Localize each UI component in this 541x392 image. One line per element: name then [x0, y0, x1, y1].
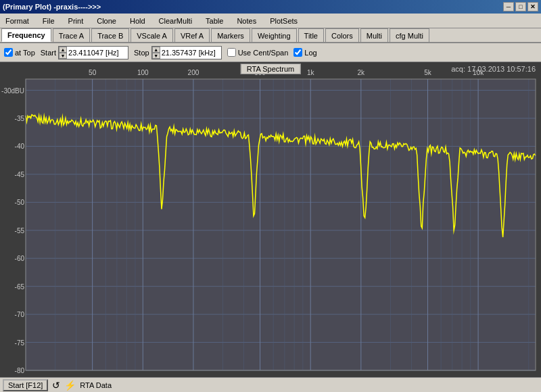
maximize-button[interactable]: □ — [515, 2, 526, 11]
status-icon-1: ↺ — [52, 380, 60, 391]
app-label: RTA Data — [80, 381, 112, 389]
stop-value-input[interactable] — [160, 47, 221, 59]
tab-title[interactable]: Title — [298, 28, 324, 42]
close-button[interactable]: ✕ — [527, 2, 538, 11]
chart-acq: acq: 17.03.2013 10:57:16 — [451, 65, 536, 73]
log-label: Log — [304, 49, 316, 57]
log-group: Log — [293, 48, 316, 57]
tab-cfg-multi[interactable]: cfg Multi — [390, 28, 429, 42]
menu-file[interactable]: File — [40, 16, 57, 26]
use-cent-span-group: Use Cent/Span — [227, 48, 289, 57]
stop-spinners: ▲ ▼ — [152, 47, 160, 59]
use-cent-span-checkbox[interactable] — [227, 48, 236, 57]
status-icon-2: ⚡ — [64, 380, 76, 391]
menu-notes[interactable]: Notes — [234, 16, 259, 26]
window-title: (Primary Plot) -praxis---->>> — [3, 3, 101, 11]
start-group: Start ▲ ▼ — [41, 46, 128, 59]
spectrum-chart — [0, 62, 541, 377]
start-f12-button[interactable]: Start [F12] — [3, 379, 48, 391]
menu-print[interactable]: Print — [66, 16, 87, 26]
tab-colors[interactable]: Colors — [325, 28, 359, 42]
minimize-button[interactable]: ─ — [503, 2, 514, 11]
stop-spin-up[interactable]: ▲ — [152, 47, 160, 53]
controls-bar: at Top Start ▲ ▼ Stop ▲ ▼ Use Cent/Span … — [0, 43, 541, 62]
menu-plotsets[interactable]: PlotSets — [267, 16, 300, 26]
at-top-checkbox[interactable] — [4, 48, 13, 57]
start-label: Start — [41, 49, 56, 57]
title-bar: (Primary Plot) -praxis---->>> ─ □ ✕ — [0, 0, 541, 14]
menu-bar: Format File Print Clone Hold ClearMulti … — [0, 14, 541, 28]
stop-spin-down[interactable]: ▼ — [152, 53, 160, 59]
start-spin-up[interactable]: ▲ — [59, 47, 67, 53]
menu-clone[interactable]: Clone — [94, 16, 119, 26]
tab-trace-b[interactable]: Trace B — [91, 28, 129, 42]
tab-bar: Frequency Trace A Trace B VScale A VRef … — [0, 28, 541, 43]
tab-frequency[interactable]: Frequency — [1, 28, 51, 42]
tab-trace-a[interactable]: Trace A — [53, 28, 91, 42]
menu-hold[interactable]: Hold — [127, 16, 148, 26]
tab-weighting[interactable]: Weighting — [252, 28, 297, 42]
tab-markers[interactable]: Markers — [211, 28, 250, 42]
use-cent-span-label: Use Cent/Span — [238, 49, 289, 57]
stop-label: Stop — [134, 49, 149, 57]
tab-multi[interactable]: Multi — [360, 28, 388, 42]
start-value-input[interactable] — [67, 47, 128, 59]
status-bar: Start [F12] ↺ ⚡ RTA Data — [0, 377, 541, 392]
menu-format[interactable]: Format — [3, 16, 32, 26]
stop-group: Stop ▲ ▼ — [134, 46, 222, 59]
tab-vscale-a[interactable]: VScale A — [131, 28, 173, 42]
chart-title: RTA Spectrum — [241, 64, 301, 74]
log-checkbox[interactable] — [293, 48, 302, 57]
menu-clearmulti[interactable]: ClearMulti — [156, 16, 195, 26]
at-top-label: at Top — [15, 49, 35, 57]
title-bar-buttons: ─ □ ✕ — [503, 2, 538, 11]
start-spinners: ▲ ▼ — [59, 47, 67, 59]
start-spin-down[interactable]: ▼ — [59, 53, 67, 59]
menu-table[interactable]: Table — [203, 16, 226, 26]
tab-vref-a[interactable]: VRef A — [174, 28, 210, 42]
at-top-group: at Top — [4, 48, 35, 57]
start-input-group: ▲ ▼ — [58, 46, 128, 59]
chart-area: RTA Spectrum acq: 17.03.2013 10:57:16 — [0, 62, 541, 377]
stop-input-group: ▲ ▼ — [151, 46, 222, 59]
